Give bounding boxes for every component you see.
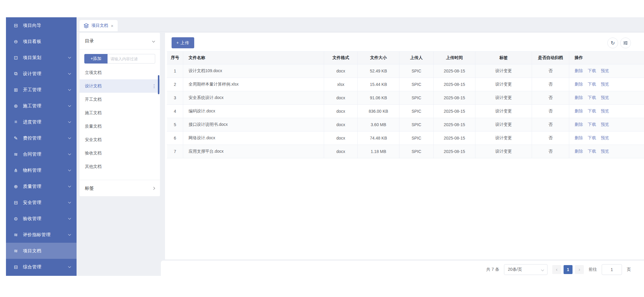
directory-header[interactable]: 目录 — [80, 33, 160, 50]
sidebar-item[interactable]: ⊞ 开工管理 — [6, 82, 77, 98]
download-link[interactable]: 下载 — [588, 95, 596, 100]
cell-auto-archive: 否 — [532, 78, 569, 91]
directory-item[interactable]: 其他文档 ⋮ — [80, 160, 160, 173]
sidebar-item[interactable]: ⋔ 物料管理 — [6, 162, 77, 178]
sidebar-item[interactable]: ⊜ 验收管理 — [6, 211, 77, 227]
directory-filter-input[interactable] — [108, 54, 155, 64]
page-size-select[interactable]: 20条/页 — [504, 264, 547, 275]
sidebar-item[interactable]: ≋ 项目文档 — [6, 243, 77, 259]
sidebar-item[interactable]: ⧉ 设计管理 — [6, 66, 77, 82]
page-unit-label: 页 — [627, 267, 631, 272]
sidebar-item-label: 物料管理 — [23, 168, 69, 173]
cell-tag: 设计变更 — [475, 78, 532, 91]
scrollbar-thumb[interactable] — [158, 75, 159, 94]
preview-link[interactable]: 预览 — [601, 135, 609, 140]
col-file-format: 文件格式 — [324, 52, 358, 64]
goto-page-input[interactable] — [602, 264, 622, 275]
directory-item[interactable]: 质量文档 ⋮ — [80, 120, 160, 133]
preview-link[interactable]: 预览 — [601, 68, 609, 73]
sidebar-item[interactable]: ⊟ 安全管理 — [6, 194, 77, 211]
sidebar-item-label: 验收管理 — [23, 216, 69, 222]
download-link[interactable]: 下载 — [588, 149, 596, 154]
sidebar-item[interactable]: ⊕ 质量管理 — [6, 178, 77, 194]
sidebar-item[interactable]: ≡ 进度管理 — [6, 114, 77, 130]
directory-item[interactable]: 安全文档 ⋮ — [80, 133, 160, 146]
goto-label: 前往 — [589, 267, 597, 272]
sidebar-item[interactable]: ✎ 费控管理 — [6, 130, 77, 146]
cell-index: 2 — [167, 78, 183, 91]
directory-item-label: 质量文档 — [85, 124, 102, 129]
directory-item-label: 其他文档 — [85, 164, 102, 169]
download-link[interactable]: 下载 — [588, 82, 596, 86]
refresh-button[interactable]: ↻ — [607, 38, 618, 48]
sidebar-item[interactable]: ⊖ 项目看板 — [6, 33, 77, 50]
download-link[interactable]: 下载 — [588, 109, 596, 113]
sidebar-item-icon: ≋ — [13, 248, 19, 254]
sidebar-item[interactable]: ⊟ 项目向导 — [6, 17, 77, 33]
cell-file-format: docx — [324, 145, 358, 158]
preview-link[interactable]: 预览 — [601, 82, 609, 86]
delete-link[interactable]: 删除 — [575, 68, 583, 73]
cell-file-format: docx — [324, 132, 358, 145]
upload-button[interactable]: + 上传 — [172, 37, 194, 48]
chevron-down-icon — [68, 233, 71, 236]
cell-actions: 删除 下载 预览 — [569, 118, 644, 132]
kebab-menu-icon[interactable]: ⋮ — [152, 83, 156, 89]
chevron-down-icon — [68, 136, 71, 139]
next-page-button[interactable]: › — [575, 265, 584, 274]
chevron-down-icon — [68, 168, 71, 171]
sidebar-item-icon: ⊡ — [13, 55, 19, 61]
cell-file-name: 全周期样本量计算样例.xlsx — [183, 78, 324, 91]
directory-item[interactable]: 施工文档 ⋮ — [80, 106, 160, 120]
cell-upload-time: 2025-08-15 — [434, 118, 475, 132]
sidebar-item-label: 项目看板 — [23, 39, 69, 44]
sidebar-item-icon: ⊟ — [13, 264, 19, 270]
delete-link[interactable]: 删除 — [575, 135, 583, 140]
sidebar-item[interactable]: ≋ 合同管理 — [6, 146, 77, 162]
download-link[interactable]: 下载 — [588, 68, 596, 73]
directory-item[interactable]: 开工文档 ⋮ — [80, 93, 160, 106]
tags-section[interactable]: 标签 — [80, 180, 160, 196]
delete-link[interactable]: 删除 — [575, 109, 583, 113]
preview-link[interactable]: 预览 — [601, 122, 609, 127]
preview-link[interactable]: 预览 — [601, 95, 609, 100]
delete-link[interactable]: 删除 — [575, 122, 583, 127]
download-link[interactable]: 下载 — [588, 122, 596, 127]
delete-link[interactable]: 删除 — [575, 95, 583, 100]
directory-item-label: 开工文档 — [85, 97, 102, 102]
sidebar-item[interactable]: ⊟ 综合管理 — [6, 259, 77, 275]
directory-item-label: 设计文档 — [85, 83, 102, 89]
delete-link[interactable]: 删除 — [575, 149, 583, 154]
page-1-button[interactable]: 1 — [564, 265, 573, 274]
cell-file-size: 52.49 KB — [358, 64, 399, 78]
sidebar-item[interactable]: ⊛ 施工管理 — [6, 98, 77, 114]
cell-uploader: SPIC — [399, 118, 434, 132]
pagination-bar: 共 7 条 20条/页 ‹ 1 › 前往 页 — [161, 261, 644, 279]
directory-item[interactable]: 立项文档 ⋮ — [80, 66, 160, 79]
directory-item[interactable]: 验收文档 ⋮ — [80, 146, 160, 160]
prev-page-button[interactable]: ‹ — [552, 265, 561, 274]
sidebar-item-icon: ⊟ — [13, 200, 19, 205]
directory-item[interactable]: 设计文档 ⋮ — [80, 79, 160, 93]
cell-file-size: 3.60 MB — [358, 118, 399, 132]
cell-auto-archive: 否 — [532, 118, 569, 132]
cell-file-size: 1.18 MB — [358, 145, 399, 158]
close-icon[interactable]: × — [111, 24, 113, 28]
sidebar-item-icon: ⊕ — [13, 184, 19, 189]
table-row: 6 网络设计.docx docx 74.48 KB SPIC 2025-08-1… — [167, 132, 644, 145]
download-link[interactable]: 下载 — [588, 135, 596, 140]
delete-link[interactable]: 删除 — [575, 82, 583, 86]
chevron-down-icon — [68, 201, 71, 204]
col-file-name: 文件名称 — [183, 52, 324, 64]
sidebar-item[interactable]: ≋ 评价指标管理 — [6, 227, 77, 243]
add-directory-button[interactable]: +添加 — [84, 54, 108, 64]
cell-file-format: xlsx — [324, 78, 358, 91]
preview-link[interactable]: 预览 — [601, 109, 609, 113]
cell-index: 7 — [167, 145, 183, 158]
sidebar-item[interactable]: ⊡ 项目策划 — [6, 50, 77, 66]
chevron-down-icon — [68, 72, 71, 75]
cell-upload-time: 2025-08-15 — [434, 105, 475, 118]
preview-link[interactable]: 预览 — [601, 149, 609, 154]
tab-project-documents[interactable]: 项目文档 × — [80, 20, 118, 31]
column-settings-button[interactable] — [620, 38, 631, 48]
